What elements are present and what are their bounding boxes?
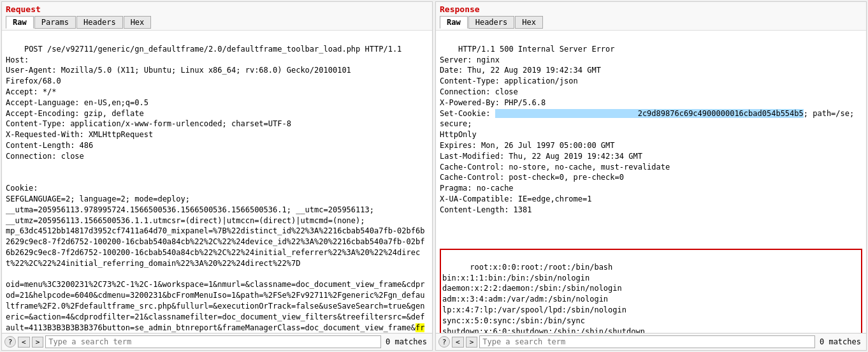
request-matches: 0 matches (383, 337, 430, 346)
tab-raw-response[interactable]: Raw (440, 16, 468, 29)
request-search-bar: ? < > 0 matches (2, 333, 432, 350)
response-text: HTTP/1.1 500 Internal Server Error Serve… (440, 45, 858, 214)
request-title: Request (6, 4, 428, 14)
response-passwd-content: root:x:0:0:root:/root:/bin/bash bin:x:1:… (442, 263, 755, 333)
request-prev-button[interactable]: < (18, 337, 30, 348)
request-help-button[interactable]: ? (4, 336, 16, 348)
response-tabs: Raw Headers Hex (440, 16, 862, 29)
response-panel: Response Raw Headers Hex HTTP/1.1 500 In… (435, 1, 867, 351)
response-red-box: root:x:0:0:root:/root:/bin/bash bin:x:1:… (440, 249, 862, 333)
request-tabs: Raw Params Headers Hex (6, 16, 428, 29)
response-prev-button[interactable]: < (452, 337, 464, 348)
response-next-button[interactable]: > (466, 337, 478, 348)
request-text: POST /se/v92711/generic/gn_defaultframe/… (6, 45, 424, 333)
tab-hex-response[interactable]: Hex (515, 16, 543, 29)
response-header: Response Raw Headers Hex (436, 2, 866, 31)
request-search-input[interactable] (45, 335, 381, 348)
response-search-bar: ? < > 0 matches (436, 333, 866, 350)
response-search-input[interactable] (479, 335, 815, 348)
tab-hex-request[interactable]: Hex (124, 16, 152, 29)
response-content: HTTP/1.1 500 Internal Server Error Serve… (436, 31, 866, 333)
tab-headers-request[interactable]: Headers (76, 16, 123, 29)
response-help-button[interactable]: ? (438, 336, 450, 348)
request-content: POST /se/v92711/generic/gn_defaultframe/… (2, 31, 432, 333)
tab-headers-response[interactable]: Headers (468, 16, 515, 29)
request-panel: Request Raw Params Headers Hex POST /se/… (1, 1, 433, 351)
response-matches: 0 matches (817, 337, 864, 346)
highlight-cookie: 2c9d89876c69c4900000016cbad054b554b5 (495, 109, 804, 118)
response-title: Response (440, 4, 862, 14)
tab-params-request[interactable]: Params (34, 16, 76, 29)
request-next-button[interactable]: > (32, 337, 44, 348)
highlight-framemgrpath: frameManagerPath=L2V0Yy9wYXNzd2Q= (6, 323, 424, 333)
request-header: Request Raw Params Headers Hex (2, 2, 432, 31)
tab-raw-request[interactable]: Raw (6, 16, 34, 29)
